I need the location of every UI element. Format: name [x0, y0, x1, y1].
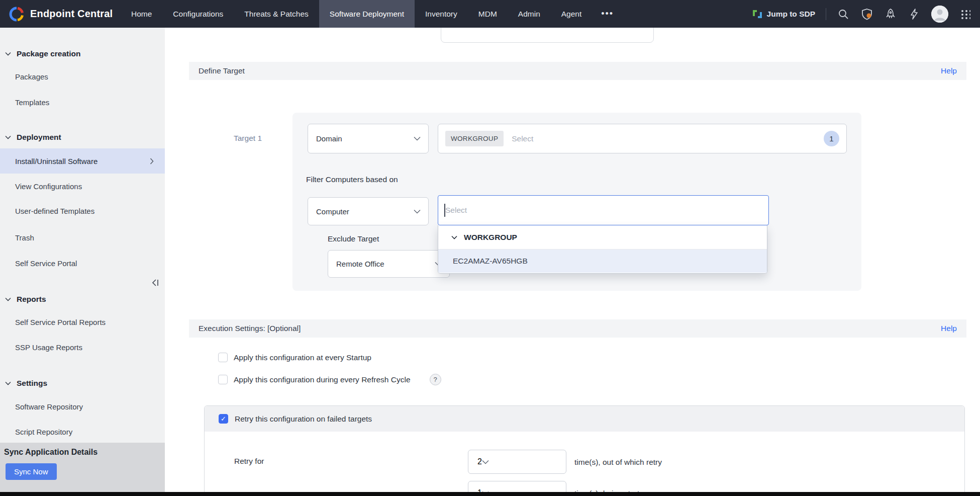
retry-on-failed-checkbox[interactable]: ✓ — [219, 414, 228, 424]
navbar-divider — [826, 8, 826, 20]
domain-select-placeholder: Select — [512, 134, 816, 143]
domain-type-dropdown[interactable]: Domain — [308, 124, 429, 153]
retry-suffix-label: time(s), out of which retry — [574, 458, 662, 467]
sidebar-item-self-service-portal[interactable]: Self Service Portal — [0, 254, 165, 272]
sidebar-item-trash[interactable]: Trash — [0, 228, 165, 246]
chevron-down-icon — [414, 136, 421, 141]
chevron-down-icon — [5, 297, 11, 301]
chevron-down-icon — [414, 209, 421, 214]
selection-count-badge: 1 — [824, 131, 839, 146]
retry-checkbox-row: ✓ Retry this configuration on failed tar… — [205, 406, 964, 432]
help-question-icon[interactable]: ? — [430, 374, 441, 385]
computer-search-input[interactable] — [438, 195, 769, 225]
navbar-right-cluster: Jump to SDP — [752, 0, 972, 28]
agent-bot-icon[interactable] — [884, 8, 897, 21]
sync-application-details-title: Sync Application Details — [4, 448, 161, 457]
retry-for-label: Retry for — [234, 457, 264, 466]
endpoint-central-logo-icon — [9, 7, 24, 22]
sidebar-section-deployment[interactable]: Deployment — [0, 129, 165, 145]
chevron-down-icon — [5, 381, 11, 385]
nav-item-mdm[interactable]: MDM — [468, 0, 508, 28]
retry-on-failed-label: Retry this configuration on failed targe… — [235, 415, 372, 424]
nav-item-inventory[interactable]: Inventory — [415, 0, 468, 28]
filter-computers-label: Filter Computers based on — [306, 175, 398, 184]
computer-search-field-wrap — [438, 195, 769, 225]
execution-settings-help-link[interactable]: Help — [941, 324, 957, 333]
sidebar-item-software-repository[interactable]: Software Repository — [0, 397, 165, 416]
apply-refresh-cycle-label: Apply this configuration during every Re… — [234, 375, 411, 384]
sdp-icon — [752, 9, 763, 19]
left-sidebar: Package creation Packages Templates Depl… — [0, 28, 165, 496]
top-navbar: Endpoint Central Home Configurations Thr… — [0, 0, 980, 28]
user-avatar[interactable] — [931, 6, 948, 23]
nav-item-home[interactable]: Home — [121, 0, 162, 28]
apply-refresh-cycle-checkbox[interactable] — [218, 375, 228, 384]
define-target-title: Define Target — [199, 66, 245, 75]
sidebar-item-templates[interactable]: Templates — [0, 93, 165, 111]
nav-item-agent[interactable]: Agent — [551, 0, 593, 28]
sidebar-section-package-creation[interactable]: Package creation — [0, 46, 165, 62]
brand-name: Endpoint Central — [30, 8, 113, 20]
quick-actions-lightning-icon[interactable] — [908, 8, 921, 21]
more-menu-icon[interactable]: ••• — [592, 0, 623, 28]
retry-settings-box: ✓ Retry this configuration on failed tar… — [204, 405, 965, 496]
dropdown-group-workgroup[interactable]: WORKGROUP — [438, 225, 767, 250]
apply-at-startup-checkbox[interactable] — [218, 353, 228, 362]
target-1-label: Target 1 — [234, 134, 262, 143]
apply-at-startup-label: Apply this configuration at every Startu… — [234, 353, 371, 362]
nav-item-admin[interactable]: Admin — [508, 0, 551, 28]
sidebar-item-script-repository[interactable]: Script Repository — [0, 423, 165, 441]
apps-grid-icon[interactable] — [959, 8, 972, 21]
computer-select-dropdown-panel: WORKGROUP EC2AMAZ-AV65HGB — [438, 225, 767, 274]
define-target-help-link[interactable]: Help — [941, 66, 957, 75]
exclude-target-dropdown[interactable]: Remote Office — [328, 250, 450, 278]
sidebar-collapse-icon[interactable] — [150, 277, 163, 289]
sidebar-item-view-configurations[interactable]: View Configurations — [0, 177, 165, 195]
startup-checkbox-row: Apply this configuration at every Startu… — [218, 353, 371, 362]
chevron-down-icon — [451, 235, 457, 239]
sidebar-section-reports[interactable]: Reports — [0, 291, 165, 307]
text-caret — [444, 204, 445, 217]
dropdown-option-ec2amaz[interactable]: EC2AMAZ-AV65HGB — [438, 250, 767, 273]
chevron-right-icon — [150, 158, 154, 164]
chevron-down-icon — [482, 460, 489, 464]
nav-item-software-deployment[interactable]: Software Deployment — [319, 0, 415, 28]
domain-select-field[interactable]: WORKGROUP Select 1 — [438, 124, 847, 153]
workgroup-chip[interactable]: WORKGROUP — [445, 131, 504, 146]
retry-count-dropdown[interactable]: 2 — [468, 450, 566, 474]
chevron-down-icon — [5, 135, 11, 139]
exclude-target-label: Exclude Target — [328, 234, 379, 243]
sidebar-item-packages[interactable]: Packages — [0, 67, 165, 86]
execution-settings-section-header: Execution Settings: [Optional] Help — [189, 319, 966, 338]
search-icon[interactable] — [837, 8, 850, 21]
sidebar-item-install-uninstall-software[interactable]: Install/Uninstall Software — [0, 148, 165, 174]
nav-item-configurations[interactable]: Configurations — [162, 0, 234, 28]
main-menu: Home Configurations Threats & Patches So… — [121, 0, 623, 28]
jump-to-sdp-button[interactable]: Jump to SDP — [752, 9, 815, 19]
sidebar-item-ssp-usage-reports[interactable]: SSP Usage Reports — [0, 338, 165, 356]
security-shield-icon[interactable] — [860, 8, 873, 21]
filter-type-dropdown[interactable]: Computer — [308, 197, 429, 225]
scrolled-card-remnant — [441, 28, 654, 43]
brand[interactable]: Endpoint Central — [0, 0, 121, 28]
sync-now-button[interactable]: Sync Now — [6, 463, 57, 480]
refresh-cycle-checkbox-row: Apply this configuration during every Re… — [218, 374, 441, 385]
chevron-down-icon — [5, 52, 11, 56]
sidebar-section-settings[interactable]: Settings — [0, 375, 165, 391]
sync-application-details-band: Sync Application Details Sync Now — [0, 443, 165, 493]
main-content: Define Target Help Target 1 Domain WORKG… — [165, 28, 980, 496]
sidebar-item-self-service-portal-reports[interactable]: Self Service Portal Reports — [0, 313, 165, 331]
jump-to-sdp-label: Jump to SDP — [767, 10, 815, 19]
nav-item-threats-patches[interactable]: Threats & Patches — [234, 0, 319, 28]
sidebar-item-user-defined-templates[interactable]: User-defined Templates — [0, 202, 165, 220]
execution-settings-title: Execution Settings: [Optional] — [199, 324, 301, 333]
window-bottom-edge — [0, 492, 980, 496]
define-target-section-header: Define Target Help — [189, 62, 966, 80]
